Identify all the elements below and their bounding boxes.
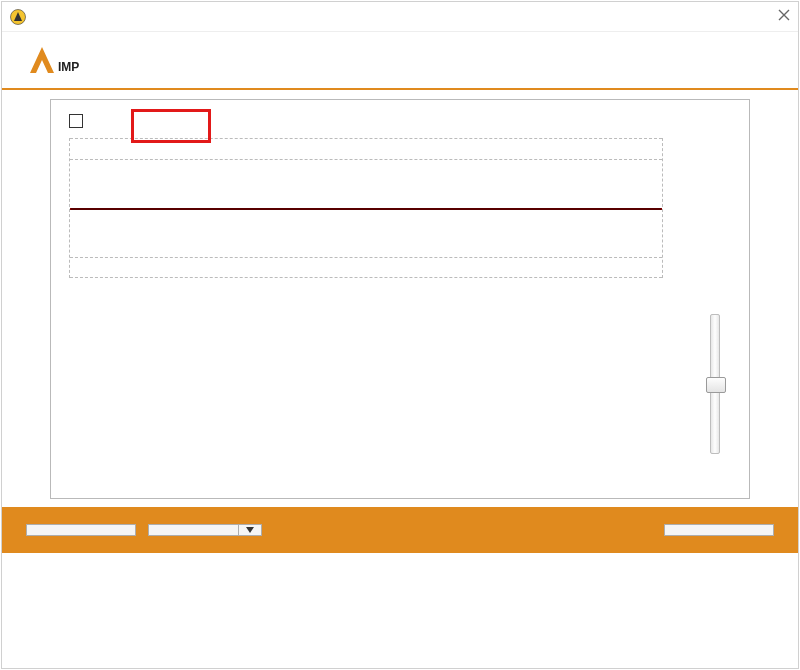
- tabs: [2, 90, 798, 507]
- brand-logo: IMP: [2, 32, 798, 88]
- titlebar: [2, 2, 798, 32]
- presets-dropdown[interactable]: [238, 524, 262, 536]
- slider-scale: [657, 296, 687, 486]
- switch-checkbox[interactable]: [69, 114, 83, 128]
- graph-area: [69, 138, 663, 278]
- graph-scale: [671, 138, 731, 278]
- reset-button[interactable]: [26, 524, 136, 536]
- eq-curve: [70, 208, 662, 210]
- close-icon[interactable]: [778, 9, 790, 24]
- presets-group[interactable]: [148, 524, 262, 536]
- equalizer-panel: [50, 99, 750, 499]
- close-button[interactable]: [664, 524, 774, 536]
- footer: [2, 507, 798, 553]
- switch-row[interactable]: [69, 114, 731, 128]
- presets-button[interactable]: [148, 524, 238, 536]
- app-icon: [10, 9, 26, 25]
- eq-sliders: [69, 296, 731, 486]
- sound-effects-window: IMP: [1, 1, 799, 669]
- svg-text:IMP: IMP: [58, 60, 79, 74]
- eq-graph: [69, 138, 731, 278]
